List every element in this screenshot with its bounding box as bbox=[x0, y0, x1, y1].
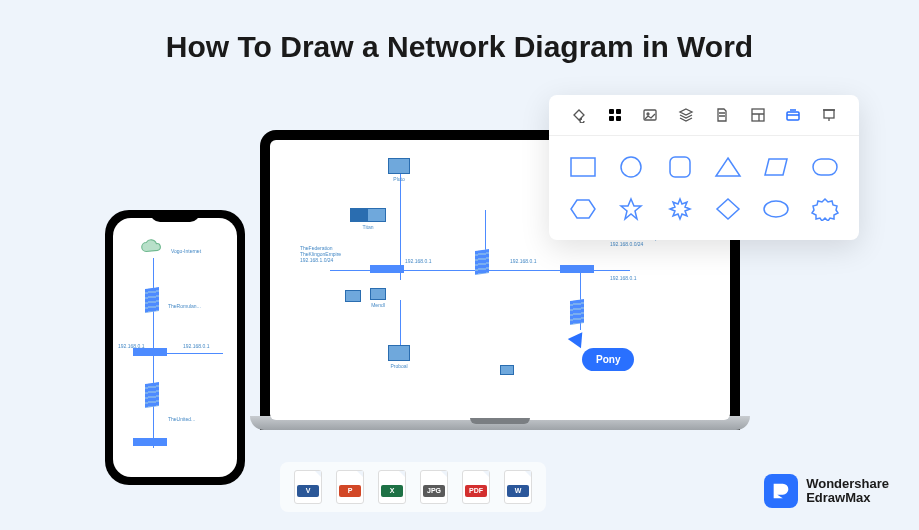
layout-icon[interactable] bbox=[748, 105, 768, 125]
switch-icon bbox=[133, 348, 167, 356]
node-titan: Titan bbox=[350, 208, 386, 230]
monitor-icon bbox=[370, 288, 386, 300]
svg-rect-6 bbox=[752, 109, 764, 121]
cloud-icon bbox=[139, 238, 167, 256]
ip-label: 192.168.0.1 bbox=[405, 258, 431, 264]
shape-hexagon[interactable] bbox=[565, 194, 601, 224]
export-pdf-icon[interactable]: PDF bbox=[462, 470, 490, 504]
cursor-icon bbox=[568, 332, 588, 351]
shape-triangle[interactable] bbox=[710, 152, 746, 182]
laptop-hinge-notch bbox=[470, 418, 530, 424]
brand-text: Wondershare EdrawMax bbox=[806, 477, 889, 506]
shape-burst[interactable] bbox=[662, 194, 698, 224]
shape-ellipse[interactable] bbox=[758, 194, 794, 224]
server-icon bbox=[475, 249, 489, 275]
connector bbox=[330, 270, 570, 271]
phone-display: Vogo-Internet TheRomulan... 192.168.0.1 … bbox=[113, 218, 237, 477]
svg-rect-0 bbox=[609, 109, 614, 114]
svg-rect-12 bbox=[813, 159, 837, 175]
computer-icon bbox=[388, 158, 410, 174]
svg-point-5 bbox=[647, 113, 649, 115]
shape-star[interactable] bbox=[613, 194, 649, 224]
node-label: Mendl bbox=[371, 302, 385, 308]
shape-diamond[interactable] bbox=[710, 194, 746, 224]
ip-label: 192.168.0.1 bbox=[510, 258, 536, 264]
server-icon bbox=[145, 287, 159, 313]
svg-rect-1 bbox=[616, 109, 621, 114]
user-cursor-label: Pony bbox=[582, 348, 634, 371]
node-server-1 bbox=[475, 250, 489, 274]
file-badge: V bbox=[297, 485, 319, 497]
image-icon[interactable] bbox=[640, 105, 660, 125]
grid-icon[interactable] bbox=[605, 105, 625, 125]
server-icon bbox=[145, 382, 159, 408]
switch-icon bbox=[560, 265, 594, 273]
export-excel-icon[interactable]: X bbox=[378, 470, 406, 504]
svg-rect-8 bbox=[824, 110, 834, 118]
edrawmax-logo-icon bbox=[764, 474, 798, 508]
brand-line2: EdrawMax bbox=[806, 491, 889, 505]
node-label: Pluto bbox=[393, 176, 404, 182]
node-federation: TheFederation TheKlingonEmpire 192.168.1… bbox=[300, 245, 341, 263]
presentation-icon[interactable] bbox=[819, 105, 839, 125]
svg-rect-7 bbox=[787, 112, 799, 120]
fill-icon[interactable] bbox=[569, 105, 589, 125]
svg-rect-9 bbox=[571, 158, 595, 176]
svg-point-10 bbox=[621, 157, 641, 177]
phone-mockup: Vogo-Internet TheRomulan... 192.168.0.1 … bbox=[105, 210, 245, 485]
phone-notch bbox=[150, 210, 200, 222]
connector bbox=[400, 170, 401, 280]
shape-rectangle[interactable] bbox=[565, 152, 601, 182]
export-powerpoint-icon[interactable]: P bbox=[336, 470, 364, 504]
shapes-icon[interactable] bbox=[783, 105, 803, 125]
file-badge: X bbox=[381, 485, 403, 497]
file-badge: W bbox=[507, 485, 529, 497]
shape-parallelogram[interactable] bbox=[758, 152, 794, 182]
export-visio-icon[interactable]: V bbox=[294, 470, 322, 504]
node-label: TheUnited... bbox=[168, 416, 195, 422]
svg-rect-2 bbox=[609, 116, 614, 121]
file-badge: PDF bbox=[465, 485, 487, 497]
shape-rounded-square[interactable] bbox=[662, 152, 698, 182]
shapes-panel bbox=[549, 95, 859, 240]
node-label: Vogo-Internet bbox=[171, 248, 201, 254]
node-server-p1 bbox=[145, 288, 159, 312]
svg-rect-3 bbox=[616, 116, 621, 121]
server-icon bbox=[570, 299, 584, 325]
node-label: TheRomulan... bbox=[168, 303, 201, 309]
shape-circle[interactable] bbox=[613, 152, 649, 182]
svg-rect-11 bbox=[670, 157, 690, 177]
toolbar-icon-row bbox=[549, 95, 859, 136]
node-server-2 bbox=[570, 300, 584, 324]
shape-seal[interactable] bbox=[807, 194, 843, 224]
node-server-p2 bbox=[145, 383, 159, 407]
page-title: How To Draw a Network Diagram in Word bbox=[0, 0, 919, 64]
node-label: Titan bbox=[363, 224, 374, 230]
shape-rounded-rect[interactable] bbox=[807, 152, 843, 182]
page-icon[interactable] bbox=[712, 105, 732, 125]
switch-icon bbox=[133, 438, 167, 446]
ip-label: 192.168.0.1 bbox=[183, 343, 209, 349]
layers-icon[interactable] bbox=[676, 105, 696, 125]
file-badge: JPG bbox=[423, 485, 445, 497]
ip-label: 192.168.0.1 bbox=[610, 275, 636, 281]
node-label: Proboal bbox=[390, 363, 407, 369]
laptop-icon bbox=[500, 365, 514, 375]
printer-icon bbox=[345, 290, 361, 302]
brand-line1: Wondershare bbox=[806, 477, 889, 491]
brand-logo-block: Wondershare EdrawMax bbox=[764, 474, 889, 508]
laptop-icon bbox=[388, 345, 410, 361]
rack-icon bbox=[350, 208, 386, 222]
switch-icon bbox=[370, 265, 404, 273]
svg-point-13 bbox=[764, 201, 788, 217]
export-word-icon[interactable]: W bbox=[504, 470, 532, 504]
node-laptop-small bbox=[500, 365, 514, 375]
node-switch-1 bbox=[370, 265, 404, 273]
node-label: TheFederation TheKlingonEmpire 192.168.1… bbox=[300, 245, 341, 263]
node-cloud bbox=[139, 238, 167, 256]
shape-grid bbox=[549, 136, 859, 240]
node-proboal: Proboal bbox=[388, 345, 410, 369]
node-mendl bbox=[345, 290, 361, 302]
node-switch-p2 bbox=[133, 438, 167, 446]
export-jpg-icon[interactable]: JPG bbox=[420, 470, 448, 504]
